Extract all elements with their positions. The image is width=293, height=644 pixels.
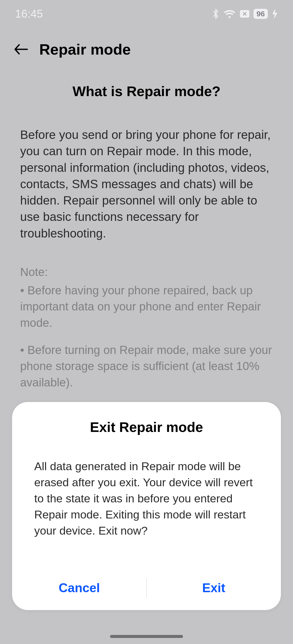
dialog-body: All data generated in Repair mode will b…: [12, 458, 281, 539]
dialog-buttons: Cancel Exit: [12, 566, 281, 610]
page-content: What is Repair mode? Before you send or …: [0, 83, 293, 445]
exit-dialog: Exit Repair mode All data generated in R…: [12, 402, 281, 610]
note-heading: Note:: [20, 265, 273, 279]
wifi-icon: [223, 9, 236, 19]
cancel-button[interactable]: Cancel: [12, 566, 146, 610]
back-icon[interactable]: [12, 40, 30, 58]
battery-badge: 96: [253, 9, 268, 19]
page-title: Repair mode: [39, 41, 131, 58]
signal-none-icon: [240, 10, 249, 18]
exit-button[interactable]: Exit: [146, 566, 281, 610]
charging-icon: [272, 9, 278, 19]
content-heading: What is Repair mode?: [20, 83, 273, 99]
status-icons: 96: [212, 8, 278, 19]
intro-text: Before you send or bring your phone for …: [20, 127, 273, 242]
status-bar: 16:45 96: [0, 0, 293, 28]
battery-value: 96: [257, 10, 265, 18]
home-indicator[interactable]: [110, 635, 183, 638]
note-item: • Before turning on Repair mode, make su…: [20, 342, 273, 390]
dialog-title: Exit Repair mode: [12, 419, 281, 435]
page-header: Repair mode: [0, 40, 293, 58]
note-item: • Before having your phone repaired, bac…: [20, 282, 273, 331]
status-time: 16:45: [15, 8, 43, 20]
bluetooth-icon: [212, 8, 219, 19]
